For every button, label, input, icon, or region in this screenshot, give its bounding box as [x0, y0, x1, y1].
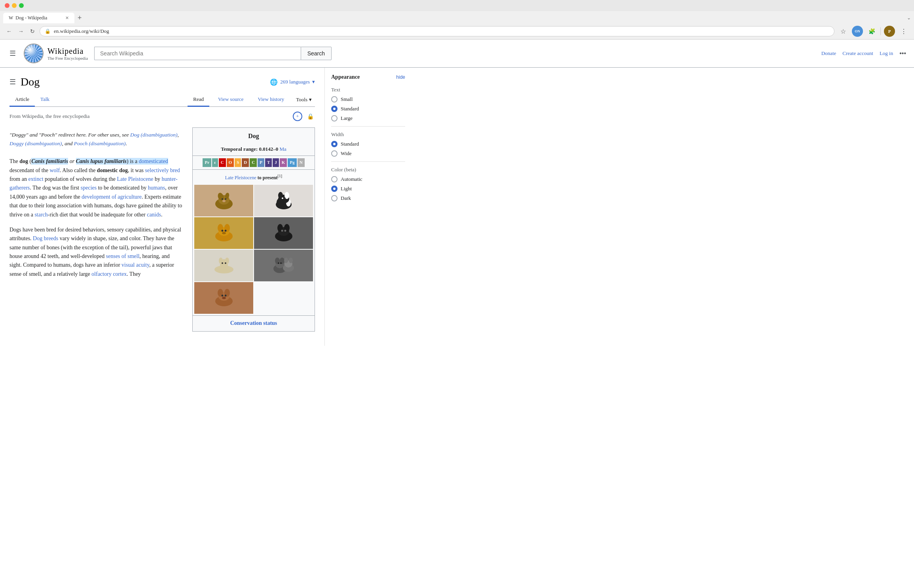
- color-automatic-radio[interactable]: [331, 176, 338, 182]
- svg-point-26: [281, 230, 283, 232]
- dog-photo-2: [254, 185, 313, 216]
- nav-bar: ← → ↻ 🔒 en.wikipedia.org/wiki/Dog ☆ ON 🧩…: [0, 23, 914, 39]
- tab-article[interactable]: Article: [9, 93, 35, 107]
- increase-font-button[interactable]: +: [293, 112, 302, 121]
- hamburger-menu[interactable]: ☰: [8, 47, 17, 59]
- tab-talk[interactable]: Talk: [35, 93, 55, 107]
- width-wide-radio[interactable]: [331, 150, 338, 157]
- selectively-bred-link[interactable]: selectively bred: [145, 167, 180, 173]
- action-view-source[interactable]: View source: [212, 93, 249, 107]
- olfactory-cortex-link[interactable]: olfactory cortex: [91, 271, 127, 277]
- geo-c: C: [219, 158, 226, 167]
- color-dark-radio[interactable]: [331, 195, 338, 201]
- action-read[interactable]: Read: [188, 93, 209, 107]
- source-text: From Wikipedia, the free encyclopedia: [9, 113, 89, 119]
- log-in-link[interactable]: Log in: [880, 50, 893, 57]
- active-tab[interactable]: W Dog - Wikipedia ✕: [3, 13, 74, 23]
- action-view-history[interactable]: View history: [252, 93, 290, 107]
- disambiguation-text: "Doggy" and "Pooch" redirect here. For o…: [9, 132, 179, 146]
- pooch-disambiguation-link[interactable]: Pooch (disambiguation): [74, 140, 126, 146]
- page-protection-icon[interactable]: 🔒: [305, 112, 315, 121]
- humans-link[interactable]: humans: [148, 185, 165, 191]
- svg-point-20: [224, 230, 226, 232]
- svg-point-27: [284, 230, 286, 232]
- text-small-label: Small: [341, 96, 353, 102]
- extensions-button[interactable]: 🧩: [866, 26, 877, 37]
- extinct-link[interactable]: extinct: [28, 176, 43, 182]
- wiki-logo[interactable]: Wikipedia The Free Encyclopedia: [24, 44, 88, 63]
- width-standard-option[interactable]: Standard: [331, 141, 405, 147]
- canis-familiaris: Canis familiaris or Canis lupus familiar…: [31, 158, 127, 165]
- doggy-disambiguation-link[interactable]: Doggy (disambiguation): [9, 140, 62, 146]
- svg-point-43: [289, 258, 293, 263]
- toc-icon[interactable]: ☰: [9, 78, 16, 86]
- tools-dropdown[interactable]: Tools ▾: [293, 94, 315, 105]
- geo-o: O: [227, 158, 234, 167]
- visual-acuity-link[interactable]: visual acuity: [121, 262, 149, 268]
- browser-menu-button[interactable]: ⋮: [898, 26, 909, 37]
- wiki-globe: [25, 44, 43, 63]
- lock-icon: 🔒: [307, 113, 314, 120]
- wiki-search: Search: [94, 47, 332, 60]
- text-large-radio[interactable]: [331, 115, 338, 121]
- dog-breeds-link[interactable]: Dog breeds: [33, 235, 58, 241]
- text-standard-option[interactable]: Standard: [331, 106, 405, 112]
- starch-link[interactable]: starch: [34, 212, 47, 218]
- hide-appearance-button[interactable]: hide: [396, 74, 405, 80]
- bookmark-button[interactable]: ☆: [838, 26, 849, 37]
- color-dark-option[interactable]: Dark: [331, 195, 405, 201]
- text-small-radio[interactable]: [331, 96, 338, 102]
- dog-disambiguation-link[interactable]: Dog (disambiguation): [130, 132, 178, 138]
- geo-s: S: [235, 158, 241, 167]
- senses-of-smell-link[interactable]: senses of smell: [106, 253, 140, 259]
- color-light-label: Light: [341, 186, 352, 192]
- color-automatic-option[interactable]: Automatic: [331, 176, 405, 182]
- color-section-label: Color (beta): [331, 167, 405, 173]
- search-input[interactable]: [94, 47, 301, 60]
- domesticated-link[interactable]: domesticated: [139, 158, 168, 165]
- text-standard-radio[interactable]: [331, 106, 338, 112]
- late-pleistocene-link[interactable]: Late Pleistocene: [225, 175, 256, 180]
- close-button[interactable]: [5, 3, 9, 8]
- text-large-option[interactable]: Large: [331, 115, 405, 121]
- forward-button[interactable]: →: [17, 27, 25, 36]
- svg-point-42: [284, 258, 288, 263]
- tab-close-button[interactable]: ✕: [65, 15, 69, 21]
- temporal-ma-link[interactable]: Ma: [279, 146, 286, 152]
- create-account-link[interactable]: Create account: [842, 50, 873, 57]
- tab-expand-button[interactable]: ⌄: [907, 15, 911, 21]
- reload-button[interactable]: ↻: [28, 27, 36, 36]
- tab-favicon: W: [9, 15, 13, 21]
- maximize-button[interactable]: [19, 3, 24, 8]
- svg-point-6: [222, 200, 226, 202]
- minimize-button[interactable]: [12, 3, 17, 8]
- back-button[interactable]: ←: [5, 27, 13, 36]
- width-standard-radio[interactable]: [331, 141, 338, 147]
- languages-button[interactable]: 🌐 269 languages ▾: [270, 78, 315, 86]
- text-small-option[interactable]: Small: [331, 96, 405, 102]
- width-wide-option[interactable]: Wide: [331, 150, 405, 157]
- new-tab-button[interactable]: +: [74, 14, 85, 22]
- temporal-range: Temporal range: 0.0142–0: [221, 146, 279, 152]
- profile-avatar[interactable]: P: [884, 26, 895, 37]
- donate-link[interactable]: Donate: [821, 50, 836, 57]
- wolf-link[interactable]: wolf: [49, 167, 60, 173]
- extension-button[interactable]: ON: [852, 26, 863, 37]
- url-bar[interactable]: 🔒 en.wikipedia.org/wiki/Dog: [40, 26, 834, 36]
- color-dark-label: Dark: [341, 195, 351, 201]
- late-pleistocene-link[interactable]: Late Pleistocene: [117, 176, 153, 182]
- color-light-radio[interactable]: [331, 186, 338, 192]
- species-link[interactable]: species: [81, 185, 97, 191]
- wiki-header: ☰ Wikipedia The Free Encyclopedia Search…: [0, 40, 914, 68]
- color-light-option[interactable]: Light: [331, 186, 405, 192]
- canids-link[interactable]: canids: [147, 212, 161, 218]
- dog-bold: dog: [19, 158, 28, 164]
- conservation-status[interactable]: Conservation status: [193, 315, 315, 331]
- wiki-more-button[interactable]: •••: [899, 50, 906, 57]
- search-button[interactable]: Search: [301, 47, 332, 60]
- tools-label: Tools: [296, 97, 307, 103]
- svg-point-19: [221, 230, 223, 232]
- article-tabs: Article Talk Read View source View histo…: [9, 93, 315, 107]
- development-agriculture-link[interactable]: development of agriculture: [82, 194, 142, 200]
- main-layout: ☰ Dog 🌐 269 languages ▾ Article Talk Rea…: [0, 68, 914, 346]
